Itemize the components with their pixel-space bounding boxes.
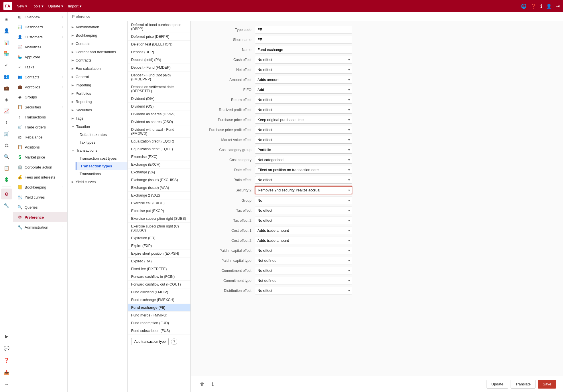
transaction-list-item[interactable]: Exchange (issue) (EXCHISS) xyxy=(128,176,190,184)
select-purchase_price_effect[interactable]: Keep original purchase timeNo effectRese… xyxy=(255,116,352,124)
transaction-list-item[interactable]: Dividend as shares (OSO) xyxy=(128,118,190,126)
update-button[interactable]: Update xyxy=(487,380,508,389)
select-fifo[interactable]: AddRemoveNo effect xyxy=(255,86,352,94)
sidenav-customers[interactable]: 👤 Customers › xyxy=(13,32,67,42)
sidenav-market-price[interactable]: 💲 Market price xyxy=(13,152,67,162)
second-nav-transactions[interactable]: ▼ Transactions xyxy=(68,146,127,155)
second-nav-bookkeeping[interactable]: ▶ Bookkeeping xyxy=(68,31,127,39)
select-return_effect[interactable]: No effectAdds amountRemoves amount xyxy=(255,96,352,104)
sidenav-dashboard[interactable]: 📊 Dashboard › xyxy=(13,22,67,32)
sidebar-icon-search[interactable]: 🔍 xyxy=(1,151,12,162)
transaction-list-item[interactable]: Deposit (settl) (PA) xyxy=(128,56,190,64)
info-button[interactable]: ℹ xyxy=(210,380,216,388)
select-cost_effect1[interactable]: Adds trade amountNo effect xyxy=(255,227,352,234)
select-tax_effect2[interactable]: No effectAdds amount xyxy=(255,217,352,224)
select-tax_effect[interactable]: No effectAdds amount xyxy=(255,207,352,214)
second-nav-general[interactable]: ▶ General xyxy=(68,73,127,81)
sidebar-icon-preference[interactable]: ⚙ xyxy=(1,189,12,199)
sidebar-icon-export[interactable]: 📤 xyxy=(1,367,12,378)
sidebar-icon-admin[interactable]: 🔧 xyxy=(1,200,12,211)
transaction-list-item[interactable]: Fund exchange (FMEXCH) xyxy=(128,296,190,304)
globe-icon[interactable]: 🌐 xyxy=(521,3,527,9)
transaction-list-item[interactable]: Deposit - Fund (not paid) (FMDEPNP) xyxy=(128,72,190,83)
transaction-list-item[interactable]: Fixed fee (FIXEDFEE) xyxy=(128,265,190,273)
transaction-list-item[interactable]: Dividend as shares (DIVAS) xyxy=(128,110,190,118)
info-icon[interactable]: ℹ xyxy=(540,3,542,9)
transaction-list-item[interactable]: Exchange (EXCH) xyxy=(128,161,190,169)
transaction-list-item[interactable]: Exercise call (EXCC) xyxy=(128,199,190,207)
sidenav-contacts[interactable]: 👥 Contacts › xyxy=(13,72,67,82)
transaction-list-item[interactable]: Dividend (OS) xyxy=(128,103,190,110)
select-cost_category_group[interactable]: PortfolioNoneOther xyxy=(255,146,352,154)
select-realized_profit_effect[interactable]: No effectAdds amountRemoves amount xyxy=(255,106,352,114)
second-nav-reporting[interactable]: ▶ Reporting xyxy=(68,98,127,106)
input-name[interactable] xyxy=(255,46,352,54)
select-amount_effect[interactable]: No effectAdds amountRemoves amount xyxy=(255,76,352,84)
second-nav-contacts[interactable]: ▶ Contacts xyxy=(68,39,127,48)
sidebar-icon-groups[interactable]: ◈ xyxy=(1,94,12,105)
transaction-list-item[interactable]: Exchange (VA) xyxy=(128,169,190,176)
add-transaction-type-button[interactable]: Add transaction type xyxy=(131,338,169,345)
select-group[interactable]: NoYes xyxy=(255,197,352,204)
sidebar-icon-securities[interactable]: 📈 xyxy=(1,105,12,116)
sidenav-analytics[interactable]: 📈 Analytics+ xyxy=(13,42,67,52)
sidebar-icon-tasks[interactable]: ✓ xyxy=(1,60,12,70)
select-cost_category[interactable]: Not categorizedCategory 1 xyxy=(255,156,352,164)
sidenav-administration[interactable]: 🔧 Administration › xyxy=(13,222,67,232)
transaction-list-item[interactable]: Deposit on settlement date (DEPSETTL) xyxy=(128,83,190,95)
sidebar-icon-portfolios[interactable]: 💼 xyxy=(1,82,12,93)
transaction-list-item[interactable]: Exchange 2 (VA2) xyxy=(128,192,190,199)
sidenav-groups[interactable]: ◈ Groups xyxy=(13,92,67,102)
transaction-list-item[interactable]: Equalization debit (EQDE) xyxy=(128,145,190,153)
input-short_name[interactable] xyxy=(255,36,352,43)
help-icon[interactable]: ❓ xyxy=(531,3,536,9)
logout-icon[interactable]: ⇥ xyxy=(556,3,560,9)
sidebar-icon-positions[interactable]: 📋 xyxy=(1,163,12,173)
select-cost_effect2[interactable]: Adds trade amountNo effect xyxy=(255,237,352,244)
sidenav-portfolios[interactable]: 💼 Portfolios › xyxy=(13,82,67,92)
transaction-list-item[interactable]: Forward cashflow in (FCIN) xyxy=(128,273,190,281)
sidebar-icon-rebalance[interactable]: ⚖ xyxy=(1,140,12,151)
second-nav-transactions-item[interactable]: Transactions xyxy=(76,170,127,178)
transaction-list-item[interactable]: Deferral of bond purchase price (DBPP) xyxy=(128,21,190,33)
sidebar-icon-transactions[interactable]: ↕ xyxy=(1,117,12,128)
sidebar-icon-user[interactable]: 👤 xyxy=(1,25,12,36)
transaction-list-item[interactable]: Exercise subscription right (C) (SUBSC) xyxy=(128,223,190,234)
select-commitment_effect[interactable]: No effectAdds amount xyxy=(255,267,352,274)
transaction-list-item[interactable]: Excercise (EXC) xyxy=(128,153,190,161)
sidenav-preference[interactable]: ⚙ Preference xyxy=(13,212,67,222)
transaction-list-item[interactable]: Expired (RA) xyxy=(128,258,190,265)
nav-tools[interactable]: Tools ▾ xyxy=(32,4,44,8)
sidebar-icon-appstore[interactable]: 🏪 xyxy=(1,48,12,59)
transaction-list-item[interactable]: Deposit (DEP) xyxy=(128,48,190,56)
sidenav-corporate-action[interactable]: 🏢 Corporate action xyxy=(13,162,67,172)
select-market_value_effect[interactable]: No effectAdds amountRemoves amount xyxy=(255,136,352,144)
select-cash_effect[interactable]: No effectAdds amountRemoves amount xyxy=(255,56,352,64)
sidebar-icon-analytics[interactable]: 📊 xyxy=(1,37,12,47)
nav-new[interactable]: New ▾ xyxy=(17,4,27,8)
second-nav-default-tax-rates[interactable]: Default tax rates xyxy=(76,131,127,138)
sidenav-bookkeeping[interactable]: 📒 Bookkeeping › xyxy=(13,182,67,192)
save-button[interactable]: Save xyxy=(538,380,556,389)
second-nav-tax-types[interactable]: Tax types xyxy=(76,138,127,146)
sidebar-icon-play[interactable]: ▶ xyxy=(1,331,12,342)
second-nav-tags[interactable]: ▶ Tags xyxy=(68,114,127,122)
second-nav-securities[interactable]: ▶ Securities xyxy=(68,106,127,114)
sidenav-queries[interactable]: 🔍 Queries xyxy=(13,202,67,212)
translate-button[interactable]: Translate xyxy=(511,380,536,389)
second-nav-portfolios[interactable]: ▶ Portfolios xyxy=(68,89,127,98)
sidenav-rebalance[interactable]: ⚖ Rebalance xyxy=(13,132,67,142)
sidenav-positions[interactable]: 📋 Positions xyxy=(13,142,67,152)
help-circle-icon[interactable]: ? xyxy=(171,338,177,345)
sidenav-tasks[interactable]: ✓ Tasks xyxy=(13,62,67,72)
second-nav-importing[interactable]: ▶ Importing xyxy=(68,81,127,89)
select-security2[interactable]: Removes 2nd security, realize accrualNo … xyxy=(255,186,352,194)
transaction-list-item[interactable]: Fund dividend (FMDIV) xyxy=(128,288,190,296)
second-nav-fee-calculation[interactable]: ▶ Fee calculation xyxy=(68,64,127,73)
select-distribution_effect[interactable]: No effectAdds amount xyxy=(255,287,352,294)
second-nav-yield-curves[interactable]: ▶ Yield curves xyxy=(68,178,127,186)
nav-update[interactable]: Update ▾ xyxy=(48,4,63,8)
transaction-list-item[interactable]: Exchange (issue) (VAA) xyxy=(128,184,190,192)
select-paid_in_capital_effect[interactable]: No effectAdds amount xyxy=(255,247,352,254)
transaction-list-item[interactable]: Expire short position (EXPSH) xyxy=(128,250,190,258)
